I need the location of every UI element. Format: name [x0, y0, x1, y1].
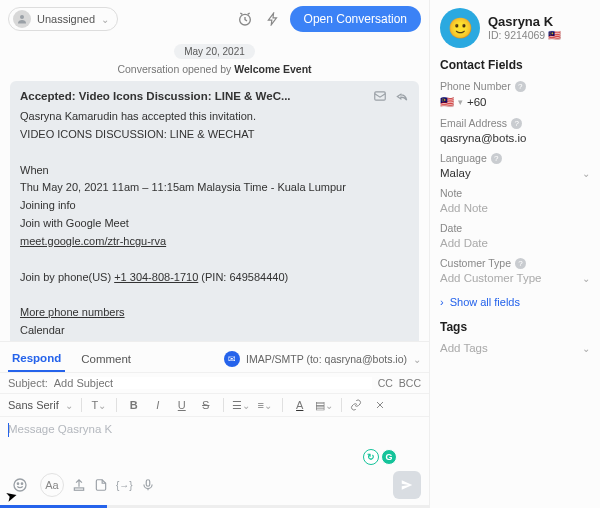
message-textarea[interactable]: Message Qasryna K ↻ G: [0, 417, 429, 467]
chevron-down-icon: ⌄: [582, 273, 590, 284]
phone-field[interactable]: 🇲🇾 ▾ +60: [440, 95, 590, 109]
show-all-fields-link[interactable]: › Show all fields: [440, 296, 590, 308]
flag-icon: 🇲🇾: [440, 95, 454, 109]
mic-button[interactable]: [141, 478, 155, 492]
svg-rect-2: [375, 92, 386, 100]
contact-fields-title: Contact Fields: [440, 58, 590, 72]
note-label: Note: [440, 187, 590, 199]
svg-point-4: [17, 483, 18, 484]
svg-rect-6: [74, 488, 83, 490]
language-label: Language?: [440, 152, 590, 164]
contact-name: Qasryna K: [488, 14, 561, 29]
date-pill: May 20, 2021: [174, 44, 255, 59]
reply-icon[interactable]: [395, 89, 409, 103]
info-icon: ?: [515, 81, 526, 92]
conversation-area: May 20, 2021 Conversation opened by Welc…: [0, 38, 429, 341]
emoji-button[interactable]: [8, 473, 32, 497]
open-conversation-button[interactable]: Open Conversation: [290, 6, 421, 32]
flag-icon: 🇲🇾: [548, 29, 561, 41]
chevron-down-icon: ⌄: [413, 354, 421, 365]
tags-title: Tags: [440, 320, 590, 334]
email-subject: Accepted: Video Icons Discussion: LINE &…: [20, 90, 291, 102]
svg-point-5: [21, 483, 22, 484]
font-color-button[interactable]: A: [291, 399, 309, 411]
system-event: Conversation opened by Welcome Event: [10, 63, 419, 75]
email-field[interactable]: qasryna@bots.io: [440, 132, 590, 144]
open-icon[interactable]: [373, 89, 387, 103]
phone-label: Phone Number?: [440, 80, 590, 92]
align-button[interactable]: ≡⌄: [256, 399, 274, 411]
subject-label: Subject:: [8, 377, 48, 389]
font-family-dropdown[interactable]: Sans Serif: [8, 399, 59, 411]
underline-button[interactable]: U: [173, 399, 191, 411]
chevron-down-icon: ⌄: [582, 168, 590, 179]
customer-type-label: Customer Type?: [440, 257, 590, 269]
format-toolbar: Sans Serif ⌄ T⌄ B I U S ☰⌄ ≡⌄ A ▤⌄: [0, 394, 429, 417]
bcc-button[interactable]: BCC: [399, 377, 421, 389]
contact-sidebar: 🙂 Qasryna K ID: 9214069 🇲🇾 Contact Field…: [430, 0, 600, 508]
italic-button[interactable]: I: [149, 399, 167, 411]
assignee-dropdown[interactable]: Unassigned ⌄: [8, 7, 118, 31]
bolt-button[interactable]: [262, 8, 284, 30]
text-format-toggle[interactable]: Aa: [40, 473, 64, 497]
user-icon: [13, 10, 31, 28]
link-button[interactable]: [350, 399, 368, 411]
send-button[interactable]: [393, 471, 421, 499]
customer-type-dropdown[interactable]: Add Customer Type⌄: [440, 272, 590, 284]
clear-format-button[interactable]: [374, 399, 392, 411]
info-icon: ?: [491, 153, 502, 164]
note-field[interactable]: Add Note: [440, 202, 590, 214]
subject-input[interactable]: [54, 377, 372, 389]
tab-respond[interactable]: Respond: [8, 346, 65, 372]
strikethrough-button[interactable]: S: [197, 399, 215, 411]
chevron-down-icon: ⌄: [101, 14, 109, 25]
language-dropdown[interactable]: Malay⌄: [440, 167, 590, 179]
grammarly-widget[interactable]: ↻ G: [363, 449, 397, 465]
variable-button[interactable]: {→}: [116, 480, 133, 491]
email-message: Accepted: Video Icons Discussion: LINE &…: [10, 81, 419, 341]
info-icon: ?: [511, 118, 522, 129]
channel-selector[interactable]: ✉ IMAP/SMTP (to: qasryna@bots.io) ⌄: [224, 351, 421, 367]
svg-point-3: [14, 479, 26, 491]
assignee-label: Unassigned: [37, 13, 95, 25]
email-body: Qasryna Kamarudin has accepted this invi…: [20, 109, 409, 341]
bold-button[interactable]: B: [125, 399, 143, 411]
svg-rect-7: [146, 480, 150, 486]
email-label: Email Address?: [440, 117, 590, 129]
info-icon: ?: [515, 258, 526, 269]
topbar: Unassigned ⌄ Open Conversation: [0, 0, 429, 38]
snooze-button[interactable]: [234, 8, 256, 30]
highlight-button[interactable]: ▤⌄: [315, 399, 333, 412]
chevron-down-icon: ⌄: [65, 400, 73, 411]
list-button[interactable]: ☰⌄: [232, 399, 250, 412]
file-button[interactable]: [94, 478, 108, 492]
font-size-button[interactable]: T⌄: [90, 399, 108, 411]
upload-button[interactable]: [72, 478, 86, 492]
mail-icon: ✉: [224, 351, 240, 367]
contact-id: ID: 9214069 🇲🇾: [488, 29, 561, 42]
date-label: Date: [440, 222, 590, 234]
svg-point-0: [20, 15, 24, 19]
composer: Respond Comment ✉ IMAP/SMTP (to: qasryna…: [0, 341, 429, 508]
contact-avatar: 🙂: [440, 8, 480, 48]
tags-dropdown[interactable]: Add Tags⌄: [440, 342, 590, 354]
tab-comment[interactable]: Comment: [77, 347, 135, 371]
date-field[interactable]: Add Date: [440, 237, 590, 249]
cc-button[interactable]: CC: [378, 377, 393, 389]
chevron-right-icon: ›: [440, 296, 444, 308]
chevron-down-icon: ⌄: [582, 343, 590, 354]
